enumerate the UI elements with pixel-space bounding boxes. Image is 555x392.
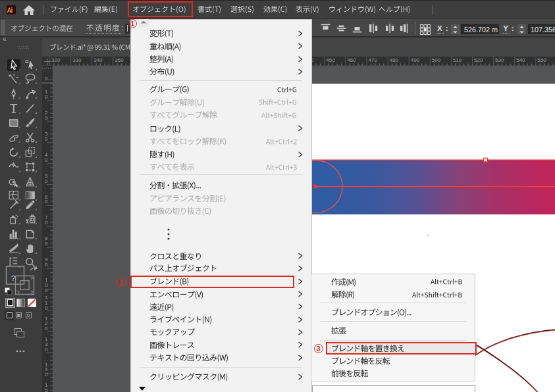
svg-text:?: ? <box>11 274 15 282</box>
svg-text:?: ? <box>17 289 20 295</box>
svg-text:?: ? <box>30 289 33 295</box>
svg-text:?: ? <box>30 276 33 282</box>
